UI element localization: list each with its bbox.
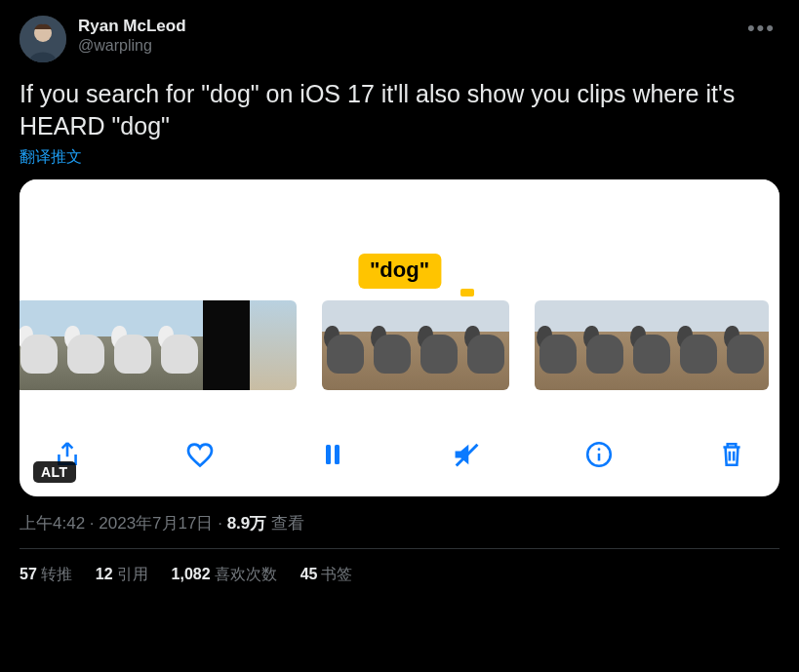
stat-bookmarks[interactable]: 45书签 bbox=[300, 565, 353, 585]
tweet-stats: 57转推 12引用 1,082喜欢次数 45书签 bbox=[20, 549, 779, 601]
tweet-header: Ryan McLeod @warpling ••• bbox=[20, 16, 779, 62]
clip-group-2 bbox=[322, 300, 509, 390]
search-tag-tick bbox=[460, 289, 474, 296]
svg-point-6 bbox=[597, 448, 600, 451]
media-card[interactable]: "dog" bbox=[20, 179, 779, 496]
stat-retweets[interactable]: 57转推 bbox=[20, 565, 72, 585]
alt-badge[interactable]: ALT bbox=[33, 461, 76, 483]
pause-icon[interactable] bbox=[316, 438, 349, 471]
tweet-container: Ryan McLeod @warpling ••• If you search … bbox=[0, 0, 799, 601]
user-block: Ryan McLeod @warpling bbox=[78, 16, 732, 56]
heart-icon[interactable] bbox=[183, 438, 217, 471]
views-label: 查看 bbox=[266, 514, 304, 533]
clip-group-3 bbox=[535, 300, 769, 390]
stat-quotes[interactable]: 12引用 bbox=[96, 565, 148, 585]
more-icon[interactable]: ••• bbox=[743, 16, 779, 41]
avatar[interactable] bbox=[20, 16, 66, 62]
tweet-meta: 上午4:42 · 2023年7月17日 · 8.9万 查看 bbox=[20, 512, 779, 549]
tweet-text: If you search for "dog" on iOS 17 it'll … bbox=[20, 78, 779, 141]
media-preview: "dog" bbox=[20, 179, 779, 418]
user-handle[interactable]: @warpling bbox=[78, 36, 732, 56]
meta-date[interactable]: 2023年7月17日 bbox=[99, 514, 213, 533]
clip-group-1 bbox=[20, 300, 297, 390]
display-name[interactable]: Ryan McLeod bbox=[78, 16, 732, 36]
search-tag-badge: "dog" bbox=[358, 254, 441, 289]
mute-icon[interactable] bbox=[450, 438, 483, 471]
svg-rect-2 bbox=[326, 445, 331, 464]
video-scrubber[interactable] bbox=[20, 300, 779, 390]
media-toolbar bbox=[20, 418, 779, 496]
svg-rect-3 bbox=[335, 445, 340, 464]
views-count: 8.9万 bbox=[227, 514, 267, 533]
meta-time[interactable]: 上午4:42 bbox=[20, 514, 85, 533]
translate-link[interactable]: 翻译推文 bbox=[20, 147, 779, 168]
info-icon[interactable] bbox=[582, 438, 616, 471]
stat-likes[interactable]: 1,082喜欢次数 bbox=[172, 565, 277, 585]
trash-icon[interactable] bbox=[715, 438, 748, 471]
